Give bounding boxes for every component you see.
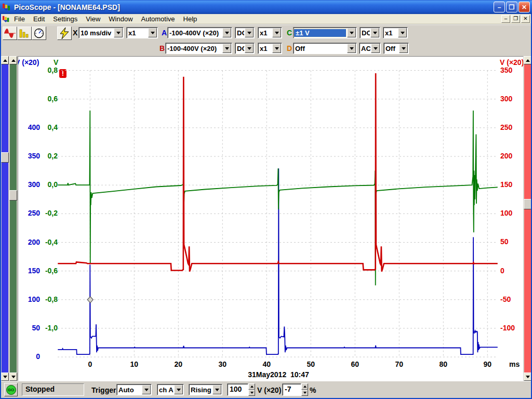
timebase-combo[interactable]: 10 ms/div xyxy=(78,27,124,38)
meter-view-button[interactable] xyxy=(32,26,46,40)
green-axis-scrollbar[interactable] xyxy=(9,56,17,381)
spectrum-bars-icon xyxy=(19,29,30,38)
mdi-minimize-button[interactable]: – xyxy=(501,15,510,23)
red-axis-tick: 50 xyxy=(500,237,509,246)
menu-help[interactable]: Help xyxy=(179,14,202,24)
chevron-down-icon[interactable] xyxy=(114,28,123,37)
trigger-level-input[interactable]: 100 xyxy=(227,383,248,396)
trigger-settings-button[interactable] xyxy=(57,26,72,40)
channel-d-mult-combo[interactable]: Off xyxy=(383,43,409,54)
scroll-down-icon[interactable] xyxy=(9,373,17,381)
menu-view[interactable]: View xyxy=(82,14,104,24)
chevron-down-icon[interactable] xyxy=(347,28,356,37)
green-axis-tick: -0,4 xyxy=(18,238,58,246)
chevron-down-icon[interactable] xyxy=(142,385,151,394)
chevron-down-icon[interactable] xyxy=(370,28,379,37)
menu-settings[interactable]: Settings xyxy=(49,14,82,24)
chevron-down-icon[interactable] xyxy=(371,44,380,53)
chevron-down-icon[interactable] xyxy=(245,44,254,53)
percent-label: % xyxy=(310,386,316,394)
mdi-close-button[interactable]: ✕ xyxy=(521,15,530,23)
menu-edit[interactable]: Edit xyxy=(29,14,49,24)
green-scroll-track[interactable] xyxy=(10,64,17,373)
chevron-down-icon[interactable] xyxy=(212,385,221,394)
picoscope-app-icon xyxy=(2,3,11,11)
waveform-canvas xyxy=(18,57,523,381)
green-axis-tick: -0,2 xyxy=(18,209,58,217)
x-axis-tick: 60 xyxy=(351,360,360,368)
spectrum-view-button[interactable] xyxy=(17,26,32,40)
blue-scroll-track[interactable] xyxy=(2,64,8,373)
red-axis-tick: 300 xyxy=(500,95,512,103)
channel-c-mult-combo[interactable]: x1 xyxy=(383,27,408,38)
channel-b-mult-combo[interactable]: x1 xyxy=(258,43,282,54)
go-button[interactable]: GO xyxy=(4,383,18,396)
restore-button[interactable]: ❐ xyxy=(506,2,517,12)
chevron-down-icon[interactable] xyxy=(245,28,254,37)
menu-file[interactable]: File xyxy=(10,14,29,24)
x-axis-tick: 10 xyxy=(130,360,139,368)
scroll-up-icon[interactable] xyxy=(9,56,17,64)
trigger-source-combo[interactable]: ch A xyxy=(157,384,184,395)
x-multiplier-combo[interactable]: x1 xyxy=(126,27,158,38)
channel-b-coupling-combo[interactable]: DC xyxy=(235,43,255,54)
red-scroll-thumb[interactable] xyxy=(524,199,531,209)
channel-a-coupling-combo[interactable]: DC xyxy=(235,27,255,38)
channel-a-mult-combo[interactable]: x1 xyxy=(258,27,282,38)
red-axis-scrollbar[interactable] xyxy=(524,56,531,381)
channel-c-coupling-combo[interactable]: DC xyxy=(360,27,380,38)
scroll-up-icon[interactable] xyxy=(524,56,531,64)
picoscope-menu-icon xyxy=(2,15,10,23)
channel-d-coupling-combo[interactable]: AC xyxy=(359,43,381,54)
scroll-down-icon[interactable] xyxy=(1,373,9,381)
blue-axis-tick: 0 xyxy=(18,352,40,361)
green-axis-tick: 0,2 xyxy=(18,152,58,160)
blue-scroll-thumb[interactable] xyxy=(1,152,9,163)
chevron-down-icon[interactable] xyxy=(222,44,231,53)
channel-A-ignition-primary xyxy=(58,168,498,354)
chevron-down-icon[interactable] xyxy=(148,28,157,37)
channel-c-range-combo[interactable]: ±1 V xyxy=(293,27,357,38)
channel-d-range-combo[interactable]: Off xyxy=(293,43,357,54)
red-axis-tick: 350 xyxy=(500,66,512,74)
green-scroll-thumb[interactable] xyxy=(9,190,17,201)
chevron-down-icon[interactable] xyxy=(398,28,407,37)
menu-automotive[interactable]: Automotive xyxy=(137,14,179,24)
channel-b-range-combo[interactable]: -100-400V (×20) xyxy=(165,43,232,54)
chevron-down-icon[interactable] xyxy=(272,28,281,37)
mdi-restore-button[interactable]: ❐ xyxy=(511,15,520,23)
trigger-edge-combo[interactable]: Rising xyxy=(189,384,222,395)
red-axis-tick: 0 xyxy=(500,267,504,275)
green-axis-tick: -0,6 xyxy=(18,267,58,275)
capture-timestamp: 31May2012 10:47 xyxy=(248,370,309,379)
pretrigger-input[interactable]: -7 xyxy=(282,383,301,396)
x-axis-tick: 70 xyxy=(395,360,404,368)
pretrigger-spinner[interactable] xyxy=(301,383,308,396)
chevron-down-icon[interactable] xyxy=(222,28,231,37)
meter-gauge-icon xyxy=(34,28,44,38)
scroll-down-icon[interactable] xyxy=(524,373,531,381)
title-bar[interactable]: PicoScope - [NONAME64.PSD] – ❐ ✕ xyxy=(0,0,532,14)
scope-waveform-icon xyxy=(4,29,16,38)
blue-axis-scrollbar[interactable] xyxy=(1,56,9,381)
red-scroll-track[interactable] xyxy=(524,64,531,373)
chevron-down-icon[interactable] xyxy=(272,44,281,53)
trigger-mode-combo[interactable]: Auto xyxy=(116,384,152,395)
close-button[interactable]: ✕ xyxy=(518,2,530,12)
chevron-down-icon[interactable] xyxy=(347,44,356,53)
scope-view-button[interactable] xyxy=(3,26,17,40)
x-axis-tick: 0 xyxy=(88,360,92,368)
chevron-down-icon[interactable] xyxy=(174,385,183,394)
x-axis-tick: 50 xyxy=(307,360,315,368)
waveform-plot: V (×20) V V (×20) ! ms 31May2012 10:47 4… xyxy=(18,56,523,381)
channel-d-label: D xyxy=(287,44,292,52)
red-axis-tick: -100 xyxy=(500,324,515,332)
x-axis-label: X xyxy=(73,29,77,37)
menu-window[interactable]: Window xyxy=(104,14,137,24)
trigger-level-spinner[interactable] xyxy=(248,383,255,396)
channel-a-range-combo[interactable]: -100-400V (×20) xyxy=(167,27,232,38)
scroll-up-icon[interactable] xyxy=(1,56,9,64)
trigger-marker-diamond[interactable] xyxy=(87,297,93,303)
minimize-button[interactable]: – xyxy=(494,2,505,12)
chevron-down-icon[interactable] xyxy=(399,44,408,53)
